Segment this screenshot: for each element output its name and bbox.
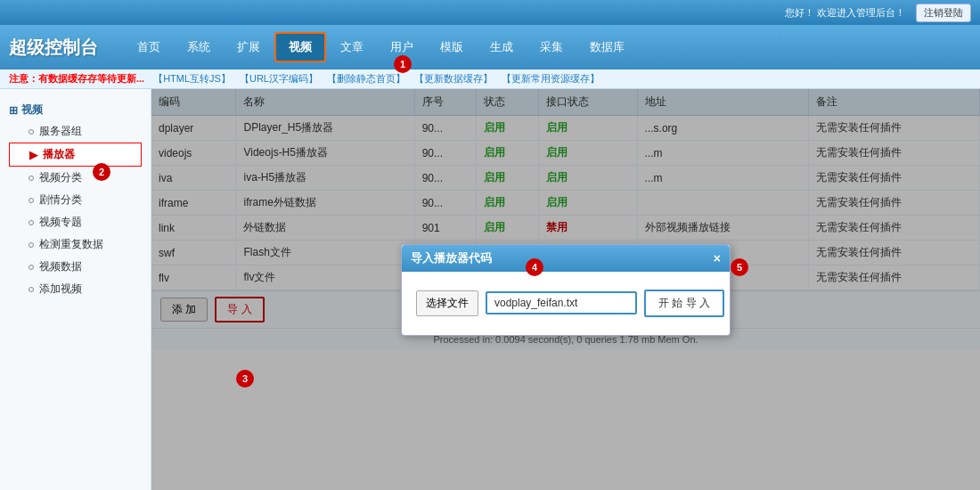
annotation-3: 3 bbox=[236, 370, 254, 388]
dot-icon bbox=[29, 265, 34, 270]
update-resource-link[interactable]: 【更新常用资源缓存】 bbox=[502, 72, 600, 86]
import-modal: 导入播放器代码 × 选择文件 开 始 导 入 bbox=[401, 244, 731, 336]
start-import-button[interactable]: 开 始 导 入 bbox=[644, 290, 724, 317]
modal-header: 导入播放器代码 × bbox=[402, 245, 730, 272]
dot-icon bbox=[29, 287, 34, 292]
sidebar-item-drama-cat[interactable]: 剧情分类 bbox=[9, 189, 142, 211]
sidebar-item-add-video[interactable]: 添加视频 bbox=[9, 278, 142, 300]
annotation-4: 4 bbox=[526, 258, 543, 276]
annotation-5: 5 bbox=[731, 258, 748, 276]
sidebar-section-title: ⊞ 视频 bbox=[9, 100, 142, 120]
sidebar-item-video-topic[interactable]: 视频专题 bbox=[9, 211, 142, 233]
logo: 超级控制台 bbox=[9, 36, 98, 60]
nav-extend[interactable]: 扩展 bbox=[225, 34, 273, 61]
file-select-button[interactable]: 选择文件 bbox=[416, 290, 478, 316]
main-nav: 首页 系统 扩展 视频 文章 用户 模版 生成 采集 数据库 bbox=[125, 32, 637, 62]
sidebar-item-video-data[interactable]: 视频数据 bbox=[9, 256, 142, 278]
sidebar: ⊞ 视频 服务器组 ▶ 播放器 视频分类 剧情分类 视频专题 bbox=[0, 89, 151, 490]
sidebar-item-detect-dup[interactable]: 检测重复数据 bbox=[9, 233, 142, 256]
dot-icon bbox=[29, 129, 34, 135]
top-bar: 您好！ 欢迎进入管理后台！ 注销登陆 bbox=[0, 0, 980, 25]
dot-icon bbox=[29, 242, 34, 248]
nav-collect[interactable]: 采集 bbox=[527, 34, 576, 61]
sidebar-item-server[interactable]: 服务器组 bbox=[9, 120, 142, 143]
sidebar-item-player[interactable]: ▶ 播放器 bbox=[9, 143, 142, 167]
nav-generate[interactable]: 生成 bbox=[478, 34, 526, 61]
login-button[interactable]: 注销登陆 bbox=[916, 4, 971, 22]
nav-video[interactable]: 视频 bbox=[274, 32, 326, 62]
nav-system[interactable]: 系统 bbox=[175, 34, 223, 61]
grid-icon: ⊞ bbox=[9, 104, 18, 117]
dot-icon bbox=[29, 176, 34, 181]
html-link[interactable]: 【HTML互转JS】 bbox=[153, 72, 231, 86]
nav-database[interactable]: 数据库 bbox=[577, 34, 637, 61]
url-link[interactable]: 【URL汉字编码】 bbox=[240, 72, 318, 86]
sidebar-item-video-cat[interactable]: 视频分类 bbox=[9, 167, 142, 189]
notice-text: 注意：有数据缓存存等待更新... bbox=[9, 72, 144, 86]
nav-article[interactable]: 文章 bbox=[328, 34, 376, 61]
nav-home[interactable]: 首页 bbox=[125, 34, 173, 61]
greeting-text: 您好！ 欢迎进入管理后台！ bbox=[785, 6, 905, 20]
arrow-icon: ▶ bbox=[29, 149, 37, 161]
dot-icon bbox=[29, 198, 34, 203]
notice-bar: 注意：有数据缓存存等待更新... 【HTML互转JS】 【URL汉字编码】 【删… bbox=[0, 69, 980, 89]
del-link[interactable]: 【删除静态首页】 bbox=[327, 72, 405, 86]
main-layout: ⊞ 视频 服务器组 ▶ 播放器 视频分类 剧情分类 视频专题 bbox=[0, 89, 980, 490]
header: 超级控制台 首页 系统 扩展 视频 文章 用户 模版 生成 采集 数据库 bbox=[0, 25, 980, 69]
content-area: 编码 名称 序号 状态 接口状态 地址 备注 dplayer DPlayer_H… bbox=[151, 89, 980, 490]
modal-title: 导入播放器代码 bbox=[411, 250, 492, 266]
modal-body: 选择文件 开 始 导 入 bbox=[402, 272, 730, 335]
dot-icon bbox=[29, 220, 34, 225]
modal-close-button[interactable]: × bbox=[714, 251, 721, 265]
sidebar-section-video: ⊞ 视频 服务器组 ▶ 播放器 视频分类 剧情分类 视频专题 bbox=[0, 96, 151, 302]
modal-overlay: 导入播放器代码 × 选择文件 开 始 导 入 bbox=[151, 89, 980, 490]
nav-template[interactable]: 模版 bbox=[428, 34, 476, 61]
update-link[interactable]: 【更新数据缓存】 bbox=[414, 72, 493, 86]
file-name-input[interactable] bbox=[486, 291, 637, 314]
